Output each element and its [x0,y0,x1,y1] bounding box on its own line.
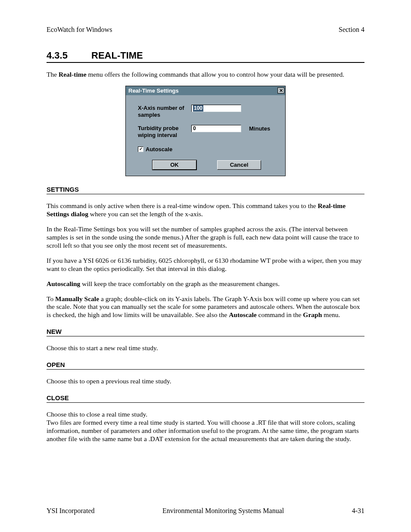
settings-p2: In the Real-Time Settings box you will s… [47,225,364,250]
open-rule [47,369,364,370]
settings-heading: SETTINGS [47,186,364,193]
close-heading: CLOSE [47,394,364,401]
settings-p5: To Manually Scale a graph; double-click … [47,295,364,320]
dialog-title: Real-Time Settings [128,87,179,94]
header-right: Section 4 [339,26,364,34]
new-heading: NEW [47,328,364,335]
new-rule [47,336,364,336]
settings-rule [47,194,364,194]
intro-paragraph: The Real-time menu offers the following … [47,71,364,79]
section-number: 4.3.5 [47,50,90,61]
footer-mid: Environmental Monitoring Systems Manual [95,507,352,515]
section-heading: 4.3.5 REAL-TIME [47,50,364,61]
realtime-settings-dialog: Real-Time Settings ✕ X-Axis number of sa… [125,86,286,176]
settings-p1: This command is only active when there i… [47,202,364,218]
autoscale-label: Autoscale [146,146,172,152]
xaxis-label: X-Axis number of samples [138,105,191,118]
close-rule [47,402,364,403]
autoscale-checkbox[interactable]: ✓ [138,146,143,152]
section-title: REAL-TIME [91,50,143,61]
open-paragraph: Choose this to open a previous real time… [47,377,364,386]
dialog-titlebar: Real-Time Settings ✕ [126,86,285,95]
footer-left: YSI Incorporated [47,507,95,515]
header-left: EcoWatch for Windows [47,26,112,34]
heading-rule [47,62,364,63]
ok-button[interactable]: OK [153,160,196,170]
close-p1: Choose this to close a real time study. [47,411,364,419]
turbidity-label: Turbidity probe wiping interval [138,125,191,138]
turbidity-input[interactable]: 0 [191,125,241,132]
close-p2: Two files are formed every time a real t… [47,419,364,443]
minutes-label: Minutes [249,125,270,132]
footer-right: 4-31 [352,507,364,515]
settings-p3: If you have a YSI 6026 or 6136 turbidity… [47,257,364,273]
new-paragraph: Choose this to start a new real time stu… [47,344,364,352]
open-heading: OPEN [47,361,364,368]
settings-p4: Autoscaling will keep the trace comforta… [47,280,364,288]
close-icon[interactable]: ✕ [277,87,284,93]
cancel-button[interactable]: Cancel [217,160,261,170]
xaxis-input[interactable]: 100 [191,105,241,112]
